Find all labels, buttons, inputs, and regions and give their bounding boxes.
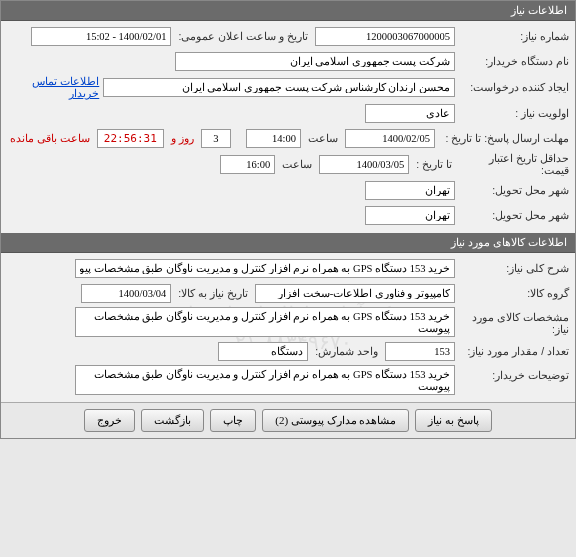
label-buyer-notes: توضیحات خریدار: <box>459 365 569 381</box>
label-time-1: ساعت <box>308 132 338 144</box>
exit-button[interactable]: خروج <box>84 409 135 432</box>
label-delivery-city-2: شهر محل تحویل: <box>459 209 569 221</box>
print-button[interactable]: چاپ <box>210 409 256 432</box>
label-qty: تعداد / مقدار مورد نیاز: <box>459 345 569 357</box>
label-time-2: ساعت <box>282 158 312 170</box>
input-creator[interactable] <box>103 78 455 97</box>
input-org-name[interactable] <box>175 52 455 71</box>
label-creator: ایجاد کننده درخواست: <box>459 81 569 93</box>
label-to-date: تا تاریخ : <box>416 158 452 170</box>
label-deadline: مهلت ارسال پاسخ: تا تاریخ : <box>439 132 569 144</box>
textarea-goods-spec[interactable] <box>75 307 455 337</box>
back-button[interactable]: بازگشت <box>141 409 204 432</box>
input-need-number[interactable] <box>315 27 455 46</box>
label-announce-datetime: تاریخ و ساعت اعلان عمومی: <box>178 30 308 42</box>
input-deadline-date[interactable] <box>345 129 435 148</box>
label-general-desc: شرح کلی نیاز: <box>459 262 569 274</box>
input-days-left <box>201 129 231 148</box>
section-header-need-info: اطلاعات نیاز <box>1 1 575 21</box>
label-priority: اولویت نیاز : <box>459 107 569 119</box>
input-need-to-date[interactable] <box>81 284 171 303</box>
input-goods-group[interactable] <box>255 284 455 303</box>
label-delivery-city: شهر محل تحویل: <box>459 184 569 196</box>
input-general-desc[interactable] <box>75 259 455 278</box>
label-remaining: ساعت باقی مانده <box>10 132 90 144</box>
label-min-validity: حداقل تاریخ اعتبار قیمت: <box>459 152 569 176</box>
input-qty[interactable] <box>385 342 455 361</box>
input-validity-time[interactable] <box>220 155 275 174</box>
input-delivery-city[interactable] <box>365 181 455 200</box>
respond-button[interactable]: پاسخ به نیاز <box>415 409 492 432</box>
attachments-button[interactable]: مشاهده مدارک پیوستی (2) <box>262 409 409 432</box>
countdown-timer: 22:56:31 <box>97 129 164 148</box>
label-day-and: روز و <box>171 132 194 144</box>
input-deadline-time[interactable] <box>246 129 301 148</box>
label-unit: واحد شمارش: <box>315 345 378 357</box>
footer-buttons: پاسخ به نیاز مشاهده مدارک پیوستی (2) چاپ… <box>1 402 575 438</box>
input-announce-datetime[interactable] <box>31 27 171 46</box>
input-unit[interactable] <box>218 342 308 361</box>
label-need-number: شماره نیاز: <box>459 30 569 42</box>
label-need-to-date: تاریخ نیاز به کالا: <box>178 287 248 299</box>
input-validity-date[interactable] <box>319 155 409 174</box>
label-goods-group: گروه کالا: <box>459 287 569 299</box>
input-priority[interactable] <box>365 104 455 123</box>
section-header-goods-info: اطلاعات کالاهای مورد نیاز <box>1 233 575 253</box>
input-delivery-city-2[interactable] <box>365 206 455 225</box>
label-org-name: نام دستگاه خریدار: <box>459 55 569 67</box>
textarea-buyer-notes[interactable] <box>75 365 455 395</box>
label-goods-spec: مشخصات کالای مورد نیاز: <box>459 307 569 335</box>
link-contact-info[interactable]: اطلاعات تماس خریدار <box>7 75 99 99</box>
